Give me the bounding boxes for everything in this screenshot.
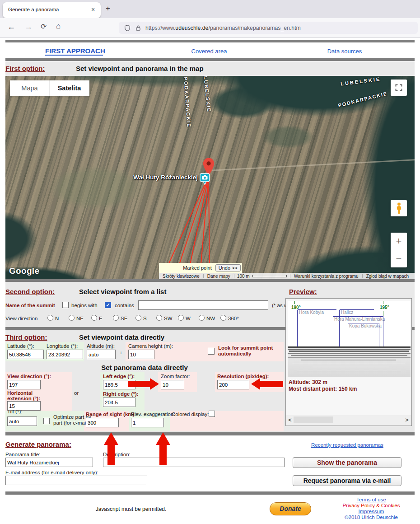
longitude-input[interactable] <box>47 350 83 359</box>
direction-radio-ne[interactable] <box>69 315 75 321</box>
google-logo[interactable]: Google <box>9 266 39 276</box>
deg-tick <box>383 301 383 304</box>
tab-title: Generate a panorama <box>8 7 59 12</box>
zoom-in-button[interactable]: + <box>391 233 407 250</box>
panorama-title-input[interactable] <box>5 458 93 467</box>
url-text: https://www.udeuschle.de/panoramas/makep… <box>145 25 301 31</box>
direction-radio-w[interactable] <box>178 315 184 321</box>
range-of-sight-label: Range of sight (km): <box>86 412 136 417</box>
direction-radio-se[interactable] <box>113 315 119 321</box>
pano-view-direction-input[interactable] <box>7 380 41 389</box>
zoom-factor-input[interactable] <box>161 380 184 389</box>
description-input[interactable] <box>103 458 285 467</box>
optimize-checkbox[interactable] <box>43 418 50 424</box>
url-bar[interactable]: https://www.udeuschle.de/panoramas/makep… <box>119 22 418 34</box>
summit-search-input[interactable] <box>138 300 268 310</box>
direction-radio-e[interactable] <box>91 315 97 321</box>
map-type-control: Mapa Satelita <box>10 80 89 96</box>
direction-label-sw: SW <box>164 316 173 321</box>
generate-heading: Generate panorama: <box>5 440 71 448</box>
first-option-heading: First option: <box>5 65 45 72</box>
email-input[interactable] <box>5 476 147 485</box>
scroll-thumb[interactable] <box>294 416 333 423</box>
back-icon[interactable]: ← <box>7 22 15 32</box>
map-terms-link[interactable]: Warunki korzystania z programu <box>290 274 362 279</box>
map-shortcuts-link[interactable]: Skróty klawiszowe <box>159 274 203 279</box>
horizontal-extension-label-line2: extension (°): <box>7 396 40 401</box>
new-tab-icon[interactable]: + <box>106 4 110 13</box>
divider <box>5 491 415 495</box>
resolution-label: Resolution (pix/deg): <box>217 374 269 379</box>
preview-scrollbar[interactable]: < > <box>286 415 411 425</box>
red-arrow-annotation <box>159 444 167 465</box>
map-data-link[interactable]: Dane mapy <box>204 274 234 279</box>
resolution-input[interactable] <box>217 380 249 389</box>
direction-radio-sw[interactable] <box>156 315 162 321</box>
range-of-sight-input[interactable] <box>86 418 119 427</box>
camera-height-input[interactable] <box>128 350 154 359</box>
begins-with-checkbox[interactable] <box>62 302 69 308</box>
browser-tab[interactable]: Generate a panorama × <box>3 2 101 18</box>
lock-icon[interactable] <box>135 25 141 31</box>
direction-radio-n[interactable] <box>47 315 53 321</box>
map-canvas[interactable]: PODKARPACKIE LUBELSKIE LUBELSKIE PODKARP… <box>5 76 415 279</box>
copyright: ©2018 Ulrich Deuschle <box>328 515 414 520</box>
impressum-link[interactable]: Impressum <box>328 509 414 515</box>
show-panorama-button[interactable]: Show the panorama <box>293 457 401 468</box>
nav-covered-area[interactable]: Covered area <box>187 48 232 55</box>
latitude-input[interactable] <box>7 350 44 359</box>
pegman-button[interactable] <box>391 200 407 216</box>
right-edge-input[interactable] <box>103 398 135 407</box>
summit-label: Halicz <box>340 309 374 315</box>
elev-exaggeration-input[interactable] <box>131 418 164 427</box>
tab-close-icon[interactable]: × <box>91 6 95 13</box>
preview-heading: Preview: <box>289 288 317 295</box>
right-edge-label: Right edge (°): <box>103 391 139 397</box>
zoom-out-button[interactable]: − <box>391 250 407 267</box>
ridge-line <box>288 353 411 354</box>
preview-distant-point: Most distant point: 150 km <box>289 386 357 392</box>
ridge-line <box>291 355 407 356</box>
tilt-input[interactable] <box>7 416 37 426</box>
recently-requested-link[interactable]: Recently requested panoramas <box>303 442 391 448</box>
nav-first-approach[interactable]: FIRST APPROACH <box>45 47 103 56</box>
summit-auto-checkbox[interactable] <box>208 348 215 355</box>
or-text-1: or <box>74 390 79 396</box>
red-arrow-annotation <box>260 381 283 387</box>
map-type-satellite-button[interactable]: Satelita <box>50 80 89 96</box>
forward-icon[interactable]: → <box>24 22 33 32</box>
direction-radio-nw[interactable] <box>199 315 205 321</box>
privacy-link[interactable]: Privacy Policy & Cookies <box>328 503 414 509</box>
request-email-button[interactable]: Request panorama via e-mail <box>293 475 401 486</box>
direction-radio-s[interactable] <box>135 315 141 321</box>
third-option-subheading: Set viewpoint data directly <box>79 333 164 341</box>
home-icon[interactable]: ⌂ <box>56 22 61 31</box>
map-report-link[interactable]: Zgłoś błąd w mapach <box>363 274 413 279</box>
scroll-right-icon[interactable]: > <box>403 417 411 423</box>
panorama-title-label: Panorama title: <box>5 452 40 457</box>
reload-icon[interactable]: ⟳ <box>41 22 47 31</box>
url-prefix: https://www. <box>145 25 175 31</box>
scroll-left-icon[interactable]: < <box>286 417 294 423</box>
fullscreen-button[interactable] <box>391 80 407 96</box>
pegman-icon <box>395 202 403 214</box>
map-type-map-button[interactable]: Mapa <box>10 80 50 96</box>
view-direction-label: View direction <box>5 316 37 321</box>
zoom-factor-label: Zoom factor: <box>161 374 190 379</box>
terms-of-use-link[interactable]: Terms of use <box>328 497 414 503</box>
nav-data-sources[interactable]: Data sources <box>322 48 367 55</box>
contains-checkbox[interactable]: ✓ <box>105 302 111 308</box>
shield-icon[interactable] <box>124 25 131 31</box>
undo-button[interactable]: Undo >> <box>215 264 241 271</box>
plus-sign: + <box>120 351 122 356</box>
preview-panel: 190° 195° Hora Kobyla Halicz Hora Mahura… <box>285 298 412 426</box>
altitude-input[interactable] <box>87 350 116 359</box>
colored-display-checkbox[interactable] <box>209 411 215 417</box>
preview-image: 190° 195° Hora Kobyla Halicz Hora Mahura… <box>288 301 411 377</box>
direction-label-s: S <box>143 316 147 321</box>
camera-marker-icon[interactable] <box>200 173 210 185</box>
red-arrow-head <box>150 378 159 390</box>
direction-radio-360[interactable] <box>220 315 226 321</box>
direction-label-nw: NW <box>206 316 215 321</box>
donate-button[interactable]: Donate <box>270 502 311 515</box>
